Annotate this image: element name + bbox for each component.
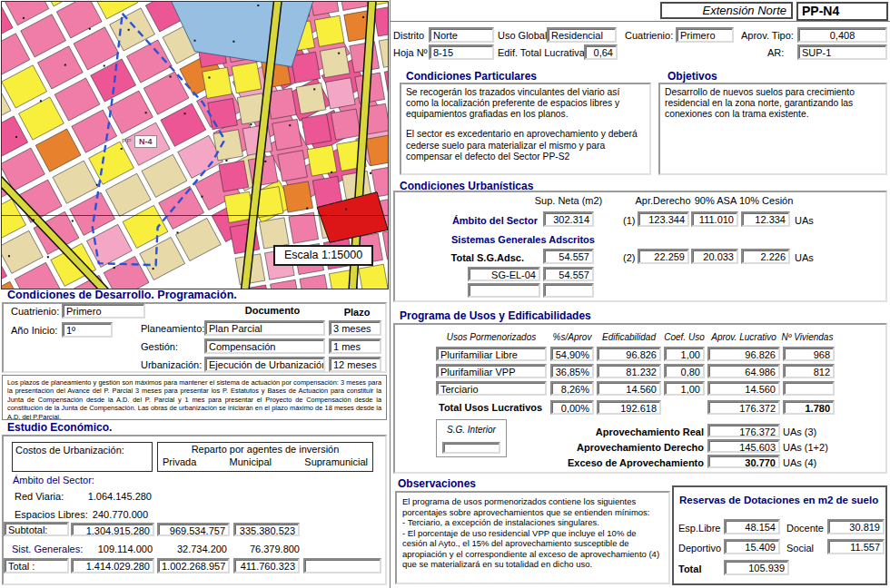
sg-code-empty-field[interactable] [468,283,540,298]
cuatrienio-label: Cuatrienio: [625,30,673,41]
ambito-sup-neta-field[interactable]: 302.314 [543,211,594,227]
viv-row-3[interactable] [783,381,835,396]
reservas-total-label: Total [678,564,701,574]
pct-row-3[interactable]: 8,26% [550,381,594,396]
social-field[interactable]: 11.557 [827,539,885,554]
edif-total-field[interactable]: 0,64 [584,44,618,60]
coef-row-2[interactable]: 0,80 [664,364,705,378]
hoja-field[interactable]: 8-15 [429,44,494,60]
subtotal-total-field: 1.304.915.280 [71,523,154,536]
total-aprov-field[interactable]: 176.372 [707,400,780,415]
esp-libre-label: Esp.Libre [678,523,720,534]
header-rule [391,21,890,22]
planeamiento-doc-field[interactable]: Plan Parcial [204,320,325,336]
aprov-row-1[interactable]: 96.826 [707,347,780,361]
hoja-label: Hoja Nº [393,47,428,58]
reparto-label: Reparto por agentes de inversión [158,444,372,455]
aprov-real-unit: UAs (3) [783,426,816,437]
apr-derecho-2-field[interactable]: 22.259 [638,249,689,264]
map-pp-label: PP [122,137,132,145]
sg-interior-box: S.G. Interior [436,419,507,457]
edif-row-1[interactable]: 96.826 [597,347,661,361]
column-divider [390,0,391,588]
sg-code-field[interactable]: SG-EL-04 [468,267,540,281]
total-viviendas-field[interactable]: 1.780 [783,400,835,415]
asa-1-field[interactable]: 111.010 [691,211,738,227]
total-municipal-field: 411.760.323 [233,558,300,573]
sist-generales-total: 109.114.000 [69,544,153,554]
reservas-total-field[interactable]: 105.939 [724,560,789,575]
reparto-box: Reparto por agentes de inversión Privada… [157,442,373,472]
uas-unit-2: UAs [795,252,814,263]
uso-global-field[interactable]: Residencial [547,27,617,43]
total-pct-field[interactable]: 0,00% [550,400,594,415]
planeamiento-plazo-field[interactable]: 3 meses [329,320,381,336]
total-edif-field[interactable]: 192.618 [597,400,661,415]
distrito-field[interactable]: Norte [429,27,494,43]
sistemas-generales-title: Sistemas Generales Adscritos [451,234,595,245]
uso-global-label: Uso Global [498,30,547,41]
viv-row-2[interactable]: 812 [783,364,835,378]
total-total-field: 1.414.029.280 [71,558,154,573]
aprov-row-2[interactable]: 64.986 [707,364,780,378]
planning-sheet: PP N-4 Escala 1:15000 Extensión Norte PP… [0,0,890,588]
pct-row-1[interactable]: 54,90% [550,347,594,361]
condiciones-particulares-title: Condiciones Particulares [406,70,537,83]
viv-row-1[interactable]: 968 [783,347,835,361]
exceso-field[interactable]: 30.770 [707,455,780,468]
urbanizacion-plazo-field[interactable]: 12 meses [329,357,381,372]
apr-derecho-header: Apr.Derecho [634,195,692,206]
aprov-derecho-unit: UAs (1+2) [783,442,828,453]
docente-label: Docente [786,523,824,534]
cesion-1-field[interactable]: 12.334 [741,211,790,227]
desarrollo-cuatrienio-field[interactable]: Primero [62,303,145,318]
objetivos-text: Desarrollo de nuevos suelos para crecimi… [665,87,881,120]
area-name-box: Extensión Norte [660,2,793,19]
ar-field[interactable]: SUP-1 [797,44,887,60]
agente-municipal: Municipal [230,456,272,467]
condiciones-particulares-box: Se recogerán los trazados vinculantes de… [400,83,651,175]
desarrollo-cuatrienio-label: Cuatrienio: [11,306,59,317]
condiciones-particulares-p1: Se recogerán los trazados vinculantes de… [406,87,645,120]
gestion-doc-field[interactable]: Compensación [204,338,325,354]
sg-value-empty-field[interactable] [543,283,594,298]
total-usos-label: Total Usos Lucrativos [439,402,542,413]
uso-row-2[interactable]: Plurifamiliar VPP [436,364,547,378]
aprov-derecho-field[interactable]: 145.603 [707,439,780,453]
edif-row-3[interactable]: 14.560 [597,381,661,396]
pct-header: %s/Aprov [549,332,596,342]
map-sector-label: N-4 [134,135,157,148]
pct-row-2[interactable]: 36,85% [550,364,594,378]
aprov-real-field[interactable]: 176.372 [707,424,780,437]
gestion-plazo-field[interactable]: 1 mes [329,338,381,354]
ano-inicio-field[interactable]: 1º [62,322,113,338]
cesion-2-field[interactable]: 2.226 [741,249,790,264]
urbanizacion-label: Urbanización: [141,359,202,370]
coef-row-3[interactable]: 1,00 [664,381,705,396]
cuatrienio-field[interactable]: Primero [676,27,734,43]
apr-derecho-1-field[interactable]: 123.344 [638,211,689,227]
aprov-tipo-field[interactable]: 0,408 [797,27,887,43]
aprov-derecho-label: Aprovechamiento Derecho [545,442,704,453]
gestion-label: Gestión: [141,341,178,352]
uso-row-1[interactable]: Plurifamiliar Libre [436,347,547,361]
docente-field[interactable]: 30.819 [827,519,885,534]
edif-row-2[interactable]: 81.232 [597,364,661,378]
ambito-sector-label: Ámbito del Sector [427,215,538,226]
sg-value-field[interactable]: 54.557 [543,267,594,281]
aprov-row-3[interactable]: 14.560 [707,381,780,396]
asa-2-field[interactable]: 20.033 [691,249,738,264]
sg-interior-field[interactable] [442,442,500,454]
coef-row-1[interactable]: 1,00 [664,347,705,361]
uso-row-3[interactable]: Terciario [436,381,547,396]
total-sg-sup-field[interactable]: 54.557 [543,249,594,264]
deportivo-field[interactable]: 15.409 [724,539,780,554]
agente-privada: Privada [163,456,196,467]
aprov-real-label: Aprovechamiento Real [545,426,704,437]
objetivos-box: Desarrollo de nuevos suelos para crecimi… [658,83,887,175]
exceso-label: Exceso de Aprovechamiento [545,457,704,468]
esp-libre-field[interactable]: 48.154 [724,519,780,534]
planeamiento-label: Planeamiento: [141,323,204,334]
urbanizacion-doc-field[interactable]: Ejecución de Urbanización [204,357,325,372]
espacios-libres-value: 240.770.000 [64,509,148,520]
